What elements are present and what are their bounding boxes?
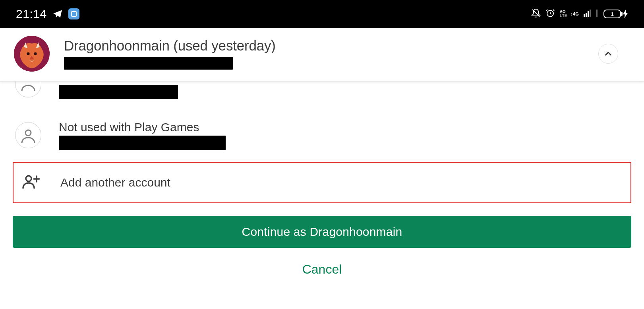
selected-account-header[interactable]: Dragonhoonmain (used yesterday) xyxy=(0,28,644,82)
svg-rect-5 xyxy=(590,10,591,17)
account-row-partial[interactable] xyxy=(0,82,644,104)
android-status-bar: 21:14 VO LTE ↕4G 1 xyxy=(0,0,644,28)
collapse-accounts-button[interactable] xyxy=(598,44,618,64)
app-square-icon xyxy=(68,8,79,19)
status-right-cluster: VO LTE ↕4G 1 xyxy=(531,8,628,19)
charging-bolt-icon xyxy=(623,10,628,18)
svg-rect-3 xyxy=(586,13,587,17)
account-row-body xyxy=(59,82,629,99)
signal-strength-icon xyxy=(584,10,592,18)
svg-rect-2 xyxy=(584,14,585,17)
continue-button[interactable]: Continue as Dragonhoonmain xyxy=(13,216,631,248)
account-avatar-generic xyxy=(15,122,41,148)
add-account-label: Add another account xyxy=(60,176,170,189)
account-row-body: Not used with Play Games xyxy=(59,120,629,150)
selected-account-email-redacted xyxy=(64,57,233,70)
telegram-icon xyxy=(52,9,63,19)
account-email-redacted xyxy=(59,136,226,150)
account-email-redacted xyxy=(59,85,178,99)
selected-account-name: Dragonhoonmain (used yesterday) xyxy=(64,38,584,54)
svg-point-11 xyxy=(26,176,31,181)
account-row[interactable]: Not used with Play Games xyxy=(0,116,644,155)
selected-account-avatar xyxy=(14,36,50,72)
continue-button-label: Continue as Dragonhoonmain xyxy=(242,225,402,239)
chevron-up-icon xyxy=(603,49,613,59)
cancel-button-label: Cancel xyxy=(302,262,342,276)
person-add-icon xyxy=(22,175,41,190)
notifications-muted-icon xyxy=(531,8,541,19)
cancel-button[interactable]: Cancel xyxy=(13,262,631,277)
volte-indicator: VO LTE xyxy=(560,10,568,18)
selected-account-info: Dragonhoonmain (used yesterday) xyxy=(64,38,584,70)
svg-rect-6 xyxy=(596,10,598,17)
svg-point-8 xyxy=(27,52,29,55)
network-4g-indicator: ↕4G xyxy=(571,12,579,16)
svg-point-10 xyxy=(25,130,31,136)
battery-indicator: 1 xyxy=(603,10,628,18)
status-left-cluster: 21:14 xyxy=(16,7,79,21)
account-avatar-generic xyxy=(15,82,41,97)
alarm-icon xyxy=(545,8,555,19)
account-row-label: Not used with Play Games xyxy=(59,120,629,134)
svg-rect-4 xyxy=(588,11,589,17)
svg-point-9 xyxy=(34,52,37,55)
add-another-account-row[interactable]: Add another account xyxy=(13,162,631,203)
status-time: 21:14 xyxy=(16,7,47,21)
second-signal-icon xyxy=(596,10,599,18)
